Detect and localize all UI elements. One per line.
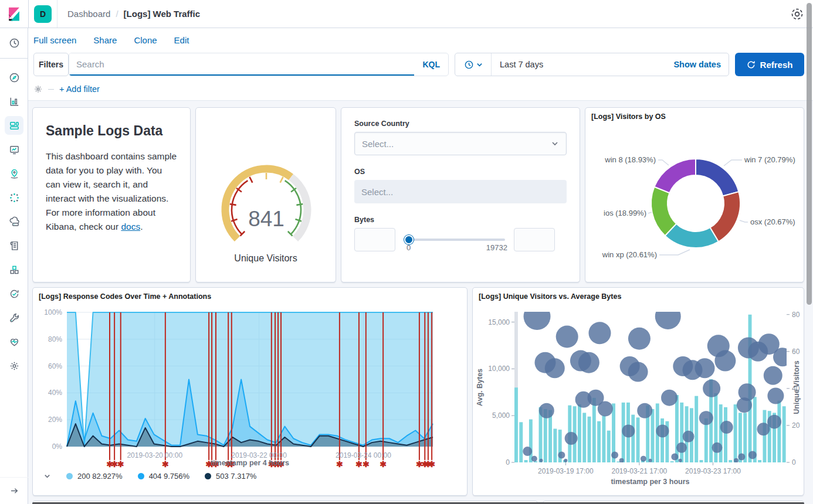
breadcrumb-separator: / [116, 9, 118, 19]
svg-text:2019-03-20 00:00: 2019-03-20 00:00 [127, 451, 182, 459]
bytes-slider: 0 19732 [404, 228, 505, 251]
svg-text:60%: 60% [48, 362, 62, 370]
source-country-label: Source Country [354, 120, 567, 128]
filter-settings-gear-icon[interactable] [33, 84, 43, 94]
show-dates-button[interactable]: Show dates [673, 60, 729, 69]
gear-icon [9, 360, 20, 372]
breadcrumb-dashboard[interactable]: Dashboard [67, 9, 110, 19]
svg-text:2019-03-22 00:00: 2019-03-22 00:00 [231, 451, 287, 459]
filter-divider [48, 89, 54, 90]
dashboard-menu-bar: Full screen Share Clone Edit [28, 28, 813, 52]
panel-title-response-codes[interactable]: [Logs] Response Codes Over Time + Annota… [39, 292, 211, 301]
time-range-value[interactable]: Last 7 days [492, 60, 543, 69]
time-quick-menu-button[interactable] [455, 53, 492, 76]
svg-text:timestamp per 4 hours: timestamp per 4 hours [211, 459, 289, 467]
bytes-label: Bytes [354, 216, 567, 224]
visitors-vs-bytes-chart[interactable]: 05,00010,00015,0000204060802019-03-19 17… [473, 288, 805, 496]
svg-text:✱: ✱ [363, 459, 370, 469]
search-input[interactable] [69, 53, 414, 76]
svg-text:✱: ✱ [336, 459, 343, 469]
sidebar-item-metrics[interactable] [0, 258, 28, 281]
bar-chart-icon [9, 96, 20, 107]
panel-title-visitors-by-os[interactable]: [Logs] Visitors by OS [591, 113, 666, 121]
sidebar-item-logs[interactable] [0, 234, 28, 257]
legend-label-200: 200 82.927% [77, 472, 123, 481]
docs-link[interactable]: docs [121, 222, 140, 231]
chevron-down-icon [551, 139, 559, 148]
help-menu-icon[interactable] [791, 8, 804, 21]
svg-text:841: 841 [248, 207, 284, 231]
svg-text:80%: 80% [48, 335, 62, 343]
sidebar [0, 28, 28, 504]
breadcrumb-current: [Logs] Web Traffic [124, 9, 201, 19]
svg-text:2019-03-24 00:00: 2019-03-24 00:00 [336, 451, 391, 459]
markdown-period: . [140, 222, 143, 231]
svg-text:2019-03-23 17:00: 2019-03-23 17:00 [685, 467, 741, 475]
sidebar-item-discover[interactable] [0, 66, 28, 89]
sidebar-item-dev-tools[interactable] [0, 306, 28, 329]
sidebar-item-uptime[interactable] [0, 282, 28, 305]
svg-text:0: 0 [506, 458, 510, 466]
svg-text:2019-03-21 17:00: 2019-03-21 17:00 [612, 467, 668, 475]
chart-legend: 200 82.927% 404 9.756% 503 7.317% [43, 472, 256, 481]
bytes-max-input[interactable] [514, 228, 555, 251]
filters-button[interactable]: Filters [33, 53, 69, 76]
sidebar-item-dashboard[interactable] [0, 114, 28, 137]
panel-sample-logs-data: Sample Logs Data This dashboard contains… [32, 107, 191, 282]
wrench-icon [9, 312, 20, 323]
edit-button[interactable]: Edit [174, 35, 189, 45]
legend-item-200[interactable]: 200 82.927% [66, 472, 123, 481]
sidebar-item-stack[interactable] [0, 210, 28, 233]
os-placeholder: Select... [361, 187, 393, 197]
svg-text:timestamp per 3 hours: timestamp per 3 hours [611, 478, 689, 486]
sidebar-item-management[interactable] [0, 354, 28, 377]
legend-collapse-chevron-icon[interactable] [43, 472, 51, 480]
sidebar-collapse-toggle[interactable] [0, 477, 28, 504]
sidebar-item-recent[interactable] [0, 28, 28, 59]
legend-dot-404 [138, 473, 144, 479]
svg-text:✱: ✱ [428, 459, 435, 469]
query-bar: Filters KQL Last 7 days Show dates Refre… [33, 53, 804, 76]
svg-text:15,000: 15,000 [488, 318, 510, 326]
legend-dot-503 [205, 473, 211, 479]
bytes-slider-track[interactable] [404, 239, 505, 241]
svg-text:win 8 (18.93%): win 8 (18.93%) [604, 155, 656, 164]
svg-text:0: 0 [792, 458, 796, 466]
svg-text:Unique Visitors: Unique Visitors [792, 360, 801, 414]
svg-text:10,000: 10,000 [488, 365, 510, 373]
os-label: OS [354, 168, 567, 176]
source-country-select[interactable]: Select... [354, 132, 567, 155]
kql-toggle[interactable]: KQL [414, 53, 448, 76]
panel-title-visitors-vs-bytes[interactable]: [Logs] Unique Visitors vs. Average Bytes [479, 292, 621, 301]
breadcrumb: Dashboard / [Logs] Web Traffic [57, 9, 200, 19]
legend-item-503[interactable]: 503 7.317% [205, 472, 256, 481]
space-switcher[interactable]: D [29, 0, 57, 28]
svg-text:40%: 40% [48, 389, 62, 397]
machine-learning-icon [9, 192, 20, 203]
kibana-logo[interactable] [0, 0, 29, 28]
sidebar-item-maps[interactable] [0, 162, 28, 185]
map-pin-icon [9, 168, 20, 179]
add-filter-button[interactable]: + Add filter [59, 84, 100, 94]
share-button[interactable]: Share [93, 35, 117, 45]
vertical-scrollbar[interactable] [807, 3, 812, 305]
bytes-min-input[interactable] [354, 228, 395, 251]
svg-text:✱: ✱ [380, 459, 387, 469]
search-box: KQL [69, 53, 449, 76]
full-screen-button[interactable]: Full screen [33, 35, 76, 45]
clone-button[interactable]: Clone [134, 35, 157, 45]
gauge-chart[interactable]: 841 [202, 150, 331, 247]
sidebar-item-visualize[interactable] [0, 90, 28, 113]
sidebar-item-canvas[interactable] [0, 138, 28, 161]
source-country-placeholder: Select... [362, 139, 394, 149]
visitors-by-os-donut-chart[interactable]: win 7 (20.79%)osx (20.67%)win xp (20.61%… [585, 108, 805, 283]
legend-item-404[interactable]: 404 9.756% [138, 472, 189, 481]
space-badge[interactable]: D [34, 5, 52, 23]
os-select[interactable]: Select... [354, 180, 567, 203]
sidebar-item-stack-monitoring[interactable] [0, 330, 28, 353]
refresh-label: Refresh [760, 60, 793, 70]
response-codes-area-chart[interactable]: ✱✱✱✱✱✱✱✱✱✱✱✱✱✱✱✱✱✱✱✱✱0%20%40%60%80%100%2… [33, 288, 468, 471]
sidebar-item-machine-learning[interactable] [0, 186, 28, 209]
refresh-button[interactable]: Refresh [735, 53, 804, 76]
arrow-right-icon [9, 486, 19, 496]
